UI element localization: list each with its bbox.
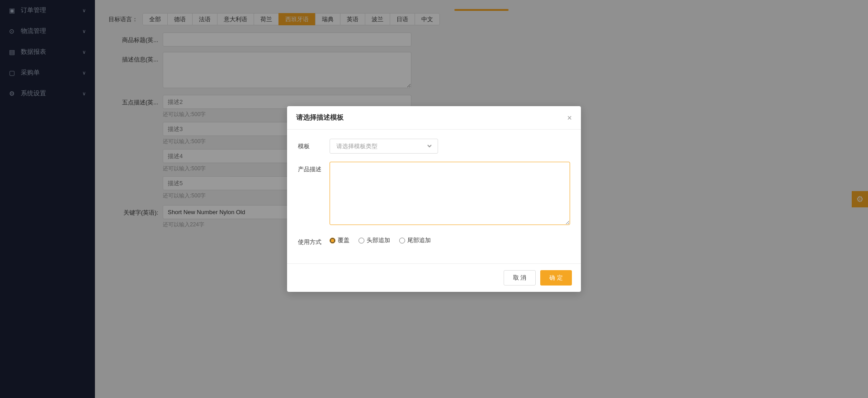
modal-usage-field: 覆盖 头部追加 尾部追加 bbox=[330, 234, 570, 244]
modal-overlay: 请选择描述模板 × 模板 请选择模板类型 产品描述 bbox=[0, 0, 868, 398]
modal-close-button[interactable]: × bbox=[567, 114, 572, 122]
template-modal: 请选择描述模板 × 模板 请选择模板类型 产品描述 bbox=[287, 106, 581, 292]
modal-cancel-button[interactable]: 取 消 bbox=[504, 270, 536, 286]
modal-template-row: 模板 请选择模板类型 bbox=[298, 139, 570, 154]
modal-footer: 取 消 确 定 bbox=[287, 263, 581, 292]
radio-cover-label: 覆盖 bbox=[338, 236, 349, 244]
template-select[interactable]: 请选择模板类型 bbox=[335, 142, 433, 150]
modal-desc-label: 产品描述 bbox=[298, 162, 330, 173]
modal-desc-field bbox=[330, 162, 570, 226]
radio-prepend-input[interactable] bbox=[359, 238, 364, 243]
radio-prepend-label: 头部追加 bbox=[367, 236, 390, 244]
modal-desc-row: 产品描述 bbox=[298, 162, 570, 226]
modal-usage-row: 使用方式 覆盖 头部追加 尾部追加 bbox=[298, 234, 570, 246]
modal-usage-label: 使用方式 bbox=[298, 234, 330, 246]
radio-append-label: 尾部追加 bbox=[407, 236, 431, 244]
radio-append-input[interactable] bbox=[399, 238, 405, 243]
modal-template-label: 模板 bbox=[298, 139, 330, 150]
template-select-box[interactable]: 请选择模板类型 bbox=[330, 139, 438, 154]
radio-cover-input[interactable] bbox=[330, 238, 335, 243]
modal-confirm-button[interactable]: 确 定 bbox=[540, 270, 572, 286]
radio-cover[interactable]: 覆盖 bbox=[330, 236, 349, 244]
modal-template-field: 请选择模板类型 bbox=[330, 139, 570, 154]
modal-body: 模板 请选择模板类型 产品描述 使用方式 bbox=[287, 130, 581, 263]
radio-append[interactable]: 尾部追加 bbox=[399, 236, 431, 244]
modal-header: 请选择描述模板 × bbox=[287, 106, 581, 130]
modal-desc-textarea[interactable] bbox=[330, 162, 570, 225]
radio-prepend[interactable]: 头部追加 bbox=[359, 236, 390, 244]
modal-title: 请选择描述模板 bbox=[296, 113, 344, 122]
